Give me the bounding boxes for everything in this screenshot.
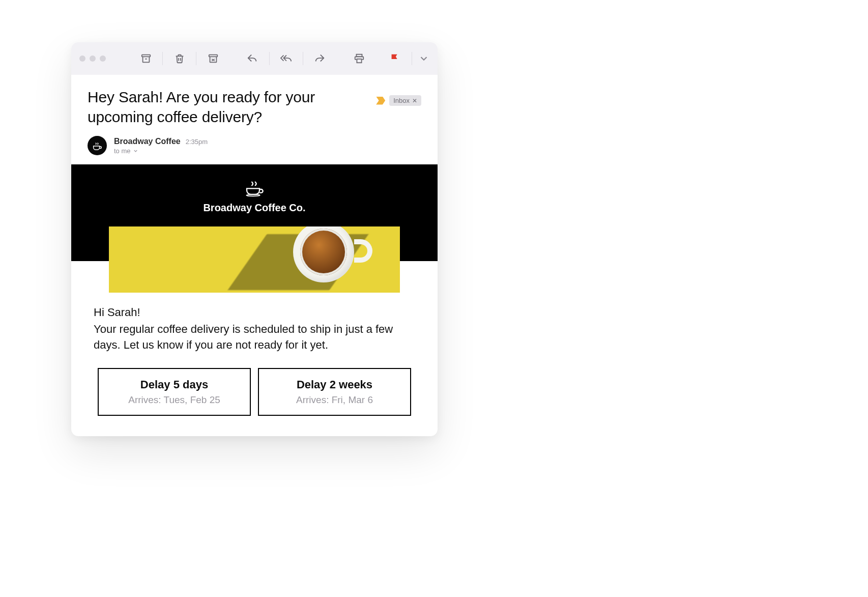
flag-menu-button[interactable] bbox=[418, 48, 429, 69]
svg-point-4 bbox=[246, 194, 260, 196]
brand-banner: Broadway Coffee Co. bbox=[71, 164, 438, 261]
delay-option-subtitle: Arrives: Tues, Feb 25 bbox=[104, 394, 245, 406]
window-controls bbox=[79, 55, 106, 62]
archive-icon bbox=[140, 53, 152, 64]
window-close-dot[interactable] bbox=[79, 55, 85, 62]
reply-all-icon bbox=[280, 53, 292, 64]
window-minimize-dot[interactable] bbox=[90, 55, 96, 62]
inbox-label[interactable]: Inbox ✕ bbox=[389, 95, 421, 106]
sender-avatar bbox=[88, 136, 107, 155]
forward-icon bbox=[314, 53, 325, 64]
print-icon bbox=[354, 53, 365, 64]
body-text: Your regular coffee delivery is schedule… bbox=[94, 322, 415, 353]
archive-button[interactable] bbox=[135, 48, 156, 69]
print-button[interactable] bbox=[349, 48, 369, 69]
sender-name: Broadway Coffee bbox=[114, 137, 181, 146]
coffee-cup-illustration bbox=[288, 226, 364, 293]
toolbar-divider bbox=[412, 52, 412, 65]
reply-all-button[interactable] bbox=[276, 48, 297, 69]
window-zoom-dot[interactable] bbox=[100, 55, 106, 62]
chevron-down-icon bbox=[133, 148, 138, 154]
toolbar-divider bbox=[196, 52, 196, 65]
toolbar-divider bbox=[269, 52, 270, 65]
subject-line: Hey Sarah! Are you ready for your upcomi… bbox=[88, 87, 342, 127]
email-window: Hey Sarah! Are you ready for your upcomi… bbox=[71, 42, 438, 436]
reply-button[interactable] bbox=[242, 48, 263, 69]
sent-time: 2:35pm bbox=[186, 138, 208, 146]
delay-option-title: Delay 2 weeks bbox=[264, 378, 405, 391]
reply-icon bbox=[247, 53, 258, 64]
sender-row: Broadway Coffee 2:35pm to me bbox=[88, 136, 421, 155]
svg-rect-3 bbox=[357, 59, 361, 63]
toolbar-divider bbox=[303, 52, 303, 65]
delay-option-subtitle: Arrives: Fri, Mar 6 bbox=[264, 394, 405, 406]
close-icon: ✕ bbox=[412, 97, 417, 104]
trash-icon bbox=[174, 53, 185, 64]
spam-button[interactable] bbox=[202, 48, 223, 69]
brand-name: Broadway Coffee Co. bbox=[203, 202, 305, 214]
delay-option-title: Delay 5 days bbox=[104, 378, 245, 391]
svg-rect-1 bbox=[209, 55, 217, 57]
coffee-cup-icon bbox=[92, 140, 103, 151]
brand-logo-icon bbox=[244, 177, 265, 197]
recipients-toggle[interactable]: to me bbox=[114, 147, 208, 155]
svg-rect-0 bbox=[141, 55, 150, 57]
importance-tag-icon bbox=[376, 97, 385, 105]
message-tags: Inbox ✕ bbox=[376, 95, 421, 106]
inbox-label-text: Inbox bbox=[393, 97, 410, 104]
hero-image bbox=[109, 226, 400, 293]
delay-5-days-button[interactable]: Delay 5 days Arrives: Tues, Feb 25 bbox=[98, 368, 251, 416]
sender-meta: Broadway Coffee 2:35pm to me bbox=[114, 137, 208, 155]
chevron-down-icon bbox=[418, 53, 429, 64]
spam-icon bbox=[208, 53, 219, 64]
toolbar-divider bbox=[162, 52, 163, 65]
to-line-text: to me bbox=[114, 147, 131, 155]
message-header: Hey Sarah! Are you ready for your upcomi… bbox=[71, 75, 438, 164]
flag-button[interactable] bbox=[385, 48, 406, 69]
delete-button[interactable] bbox=[169, 48, 190, 69]
forward-button[interactable] bbox=[309, 48, 330, 69]
greeting-text: Hi Sarah! bbox=[94, 305, 415, 321]
flag-icon bbox=[389, 53, 400, 64]
delay-2-weeks-button[interactable]: Delay 2 weeks Arrives: Fri, Mar 6 bbox=[258, 368, 411, 416]
email-toolbar bbox=[71, 42, 438, 75]
delay-options: Delay 5 days Arrives: Tues, Feb 25 Delay… bbox=[71, 363, 438, 436]
